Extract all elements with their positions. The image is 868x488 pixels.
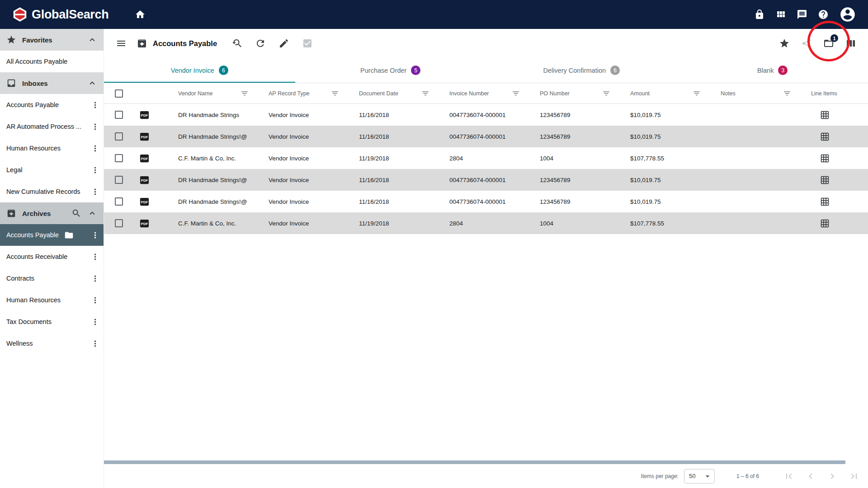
archive-item-tax-documents[interactable]: Tax Documents [0,311,104,333]
home-button[interactable] [135,9,146,20]
filter-icon[interactable] [783,89,791,98]
kebab-menu-icon [90,100,100,110]
sidebar-section-favorites[interactable]: Favorites [0,29,104,51]
kebab-menu-button[interactable] [90,122,100,131]
pdf-file-icon[interactable] [138,175,151,185]
row-checkbox[interactable] [115,219,123,227]
inbox-item-ar-automated-process[interactable]: AR Automated Process ... [0,116,104,137]
chat-button[interactable] [797,9,807,20]
kebab-menu-button[interactable] [90,252,100,262]
chevron-up-icon[interactable] [87,78,97,88]
row-checkbox[interactable] [115,197,123,206]
column-label: Invoice Number [449,90,489,97]
search-icon[interactable] [71,208,81,218]
kebab-menu-button[interactable] [90,187,100,197]
kebab-menu-button[interactable] [90,339,100,348]
pdf-file-icon[interactable] [138,197,151,207]
kebab-menu-button[interactable] [90,296,100,305]
archive-item-accounts-payable[interactable]: Accounts Payable [0,224,104,246]
row-checkbox[interactable] [115,176,123,184]
inbox-item-human-resources[interactable]: Human Resources [0,137,104,159]
line-items-icon[interactable] [820,197,830,206]
refresh-button[interactable] [255,38,266,49]
row-checkbox[interactable] [115,132,123,141]
tab-blank[interactable]: Blank 3 [677,58,868,83]
table-row[interactable]: C.F. Martin & Co, Inc. Vendor Invoice 11… [104,147,868,169]
folder-button[interactable]: 1 [823,38,834,49]
inbox-icon [6,78,16,88]
row-checkbox[interactable] [115,154,123,162]
filter-icon[interactable] [512,89,520,98]
tab-delivery-confirmation[interactable]: Delivery Confirmation 6 [486,58,677,83]
pdf-file-icon[interactable] [138,131,151,142]
filter-icon[interactable] [331,89,339,98]
select-all-checkbox[interactable] [115,89,123,98]
inbox-item-new-cumulative-records[interactable]: New Cumulative Records [0,181,104,202]
kebab-menu-button[interactable] [90,144,100,153]
lock-button[interactable] [754,9,765,20]
chevron-up-icon[interactable] [87,208,97,218]
table-row[interactable]: C.F. Martin & Co, Inc. Vendor Invoice 11… [104,212,868,234]
line-items-icon[interactable] [820,154,830,163]
archive-item-accounts-receivable[interactable]: Accounts Receivable [0,246,104,267]
archive-item-contracts[interactable]: Contracts [0,267,104,289]
hamburger-menu-icon [116,38,127,49]
items-per-page-select[interactable]: 50 [684,469,715,483]
line-items-icon[interactable] [820,110,830,120]
table-header: Vendor Name AP Record Type Document Date… [104,83,868,104]
inbox-item-accounts-payable[interactable]: Accounts Payable [0,94,104,116]
user-avatar-button[interactable] [839,6,856,23]
line-items-icon[interactable] [820,219,830,228]
table-row[interactable]: DR Handmade Strings!@ Vendor Invoice 11/… [104,126,868,147]
kebab-menu-button[interactable] [90,230,100,240]
row-checkbox[interactable] [115,111,123,119]
archive-item-human-resources[interactable]: Human Resources [0,289,104,311]
apps-grid-button[interactable] [775,9,786,20]
filter-icon[interactable] [241,89,249,98]
table-row[interactable]: DR Handmade Strings!@ Vendor Invoice 11/… [104,191,868,212]
kebab-menu-button[interactable] [90,165,100,175]
kebab-menu-icon [90,317,100,327]
sidebar-item-label: Accounts Payable [6,231,59,239]
tab-vendor-invoice[interactable]: Vendor Invoice 6 [104,58,295,83]
first-page-button[interactable] [783,471,794,482]
filter-icon[interactable] [693,89,701,98]
table-row[interactable]: DR Handmade Strings Vendor Invoice 11/16… [104,104,868,126]
pdf-file-icon[interactable] [138,153,151,164]
previous-page-button[interactable] [805,471,816,482]
archive-item-wellness[interactable]: Wellness [0,333,104,354]
dropdown-arrow-icon [703,471,712,481]
edit-button[interactable] [278,38,289,49]
edit-pencil-icon [278,38,289,49]
line-items-icon[interactable] [820,175,830,185]
sidebar-section-archives[interactable]: Archives [0,202,104,224]
kebab-menu-button[interactable] [90,100,100,110]
filter-icon[interactable] [421,89,429,98]
kebab-menu-button[interactable] [90,274,100,283]
filter-icon[interactable] [602,89,610,98]
document-type-tabs: Vendor Invoice 6 Purchase Order 5 Delive… [104,58,868,83]
cell-document-date: 11/19/2018 [359,155,449,162]
line-items-icon[interactable] [820,132,830,141]
cell-document-date: 11/16/2018 [359,133,449,140]
last-page-button[interactable] [849,471,859,482]
inbox-item-legal[interactable]: Legal [0,159,104,181]
next-page-button[interactable] [827,471,838,482]
sidebar-section-inboxes[interactable]: Inboxes [0,72,104,94]
horizontal-scrollbar[interactable] [104,460,845,464]
cell-amount: $107,778.55 [630,155,721,162]
chevron-up-icon[interactable] [87,35,97,45]
column-header-document-date: Document Date [359,89,449,98]
pdf-file-icon[interactable] [138,218,151,229]
pdf-file-icon[interactable] [138,110,151,120]
menu-button[interactable] [116,38,127,49]
layout-view-button[interactable] [845,38,856,49]
tab-purchase-order[interactable]: Purchase Order 5 [295,58,486,83]
search-records-button[interactable] [231,38,242,49]
favorite-star-button[interactable] [779,38,790,49]
table-row[interactable]: DR Handmade Strings!@ Vendor Invoice 11/… [104,169,868,191]
favorite-item-all-accounts-payable[interactable]: All Accounts Payable [0,51,104,72]
kebab-menu-button[interactable] [90,317,100,327]
help-button[interactable] [818,9,829,20]
chevron-left-icon [805,471,816,482]
